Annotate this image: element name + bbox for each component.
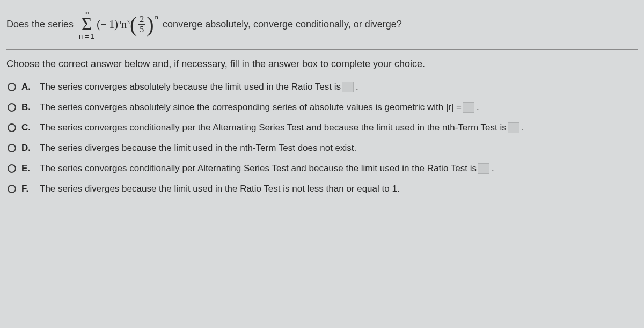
answer-box-b[interactable] <box>463 102 474 113</box>
option-c-label: C. <box>21 122 32 133</box>
series-term: (− 1)nn3 ( 2 5 ) n <box>97 15 157 34</box>
option-b-label: B. <box>21 102 32 113</box>
answer-box-a[interactable] <box>342 82 354 92</box>
option-c-before: The series converges conditionally per t… <box>40 122 507 133</box>
radio-c[interactable] <box>8 123 16 132</box>
option-a-label: A. <box>21 82 32 92</box>
right-paren: ) <box>147 16 153 33</box>
sigma-lower: n = 1 <box>79 33 94 40</box>
question-lead: Does the series <box>6 19 74 30</box>
fraction-denominator: 5 <box>138 25 145 34</box>
option-a-before: The series converges absolutely because … <box>40 82 341 92</box>
radio-b[interactable] <box>8 103 16 112</box>
fraction-numerator: 2 <box>138 15 145 25</box>
option-e-before: The series converges conditionally per A… <box>40 163 477 174</box>
question-tail: converge absolutely, converge conditiona… <box>163 19 402 30</box>
term-exp1: n <box>118 18 121 26</box>
sigma-block: ∞ Σ n = 1 <box>79 10 94 40</box>
option-d-before: The series diverges because the limit us… <box>40 143 356 154</box>
option-f[interactable]: F. The series diverges because the limit… <box>8 184 638 194</box>
option-c-after: . <box>522 122 524 133</box>
option-f-text: The series diverges because the limit us… <box>40 184 400 194</box>
left-paren: ( <box>130 16 137 33</box>
option-b-text: The series converges absolutely since th… <box>40 102 479 113</box>
radio-a[interactable] <box>8 83 16 91</box>
option-d-text: The series diverges because the limit us… <box>40 143 356 154</box>
term-var: n <box>121 18 127 31</box>
options-list: A. The series converges absolutely becau… <box>6 82 638 194</box>
option-a-text: The series converges absolutely because … <box>40 82 358 92</box>
fraction-group: ( 2 5 ) <box>130 15 154 34</box>
answer-box-e[interactable] <box>478 163 489 174</box>
option-c[interactable]: C. The series converges conditionally pe… <box>8 122 638 133</box>
option-e[interactable]: E. The series converges conditionally pe… <box>8 163 638 174</box>
option-e-after: . <box>492 163 494 174</box>
option-d[interactable]: D. The series diverges because the limit… <box>8 143 638 154</box>
radio-d[interactable] <box>8 144 16 152</box>
option-b-before: The series converges absolutely since th… <box>40 102 462 113</box>
option-e-label: E. <box>21 163 32 174</box>
option-d-label: D. <box>21 143 32 154</box>
option-b[interactable]: B. The series converges absolutely since… <box>8 102 638 113</box>
option-a-after: . <box>356 82 358 92</box>
option-f-before: The series diverges because the limit us… <box>40 184 400 194</box>
radio-f[interactable] <box>8 185 16 193</box>
option-a[interactable]: A. The series converges absolutely becau… <box>8 82 638 92</box>
option-e-text: The series converges conditionally per A… <box>40 163 494 174</box>
option-c-text: The series converges conditionally per t… <box>40 122 524 133</box>
term-base: (− 1) <box>97 18 118 31</box>
outer-exponent: n <box>155 13 159 21</box>
sigma-symbol: Σ <box>82 16 92 33</box>
divider <box>6 49 638 50</box>
option-b-after: . <box>477 102 479 113</box>
math-expression: ∞ Σ n = 1 (− 1)nn3 ( 2 5 ) n <box>79 10 157 40</box>
option-f-label: F. <box>21 184 32 194</box>
term-exp2: 3 <box>127 18 130 26</box>
instruction-text: Choose the correct answer below and, if … <box>6 59 638 70</box>
answer-box-c[interactable] <box>508 122 519 133</box>
fraction: 2 5 <box>138 15 145 34</box>
question-row: Does the series ∞ Σ n = 1 (− 1)nn3 ( 2 5… <box>6 10 638 40</box>
radio-e[interactable] <box>8 164 16 173</box>
